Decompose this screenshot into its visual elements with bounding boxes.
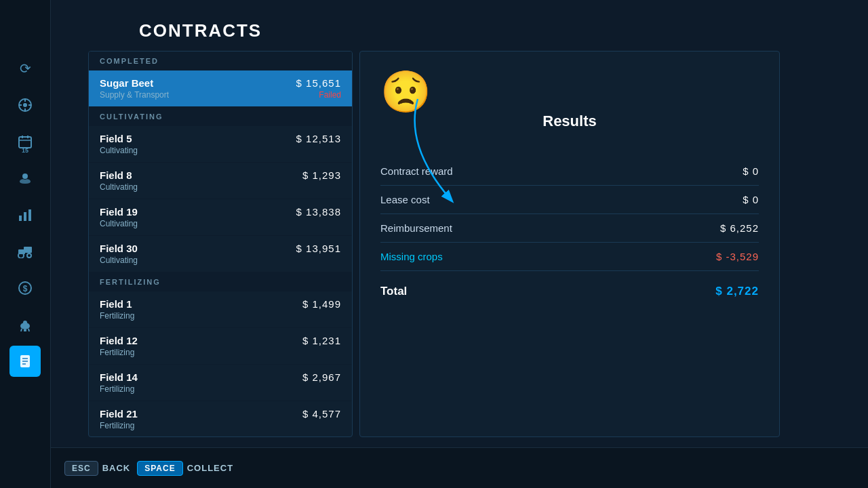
sidebar-icon-calendar[interactable]: 15 (9, 126, 41, 157)
results-value-missing-crops: $ -3,529 (716, 251, 759, 262)
sidebar-icon-wheel[interactable] (9, 89, 41, 121)
page-title: CONTRACTS (139, 20, 868, 41)
svg-line-22 (21, 329, 22, 331)
contract-name-field21: Field 21 (100, 408, 138, 420)
results-row-missing-crops: Missing crops $ -3,529 (380, 243, 759, 271)
curved-arrow (397, 92, 492, 214)
section-completed: COMPLETED (89, 52, 352, 70)
esc-key-badge: ESC (64, 461, 98, 476)
section-cultivating: CULTIVATING (89, 107, 352, 126)
contract-subtitle-sugar-beet: Supply & Transport (100, 90, 169, 100)
svg-point-21 (23, 321, 27, 325)
results-label-reimbursement: Reimbursement (380, 222, 452, 234)
contract-subtitle-field1: Fertilizing (100, 311, 341, 321)
sidebar: ⟳ 15 (0, 0, 51, 488)
svg-point-10 (22, 174, 28, 179)
contract-subtitle-field21: Fertilizing (100, 421, 341, 430)
contract-item-sugar-beet[interactable]: Sugar Beet $ 15,651 Supply & Transport F… (89, 70, 352, 107)
back-button[interactable]: ESC BACK (64, 461, 130, 476)
svg-rect-6 (19, 137, 31, 148)
results-value-total: $ 2,722 (715, 285, 759, 298)
contract-name-field30: Field 30 (100, 243, 138, 254)
contract-amount-field8: $ 1,293 (302, 169, 341, 181)
contract-amount-field12: $ 1,231 (302, 335, 341, 346)
contract-item-field12[interactable]: Field 12 $ 1,231 Fertilizing (89, 328, 352, 365)
svg-rect-11 (19, 216, 22, 221)
results-row-total: Total $ 2,722 (380, 277, 759, 306)
contract-item-field30[interactable]: Field 30 $ 13,951 Cultivating (89, 236, 352, 272)
contract-status-sugar-beet: Failed (319, 90, 341, 100)
results-label-missing-crops: Missing crops (380, 251, 443, 262)
contract-name-field14: Field 14 (100, 371, 138, 383)
contract-name-field19: Field 19 (100, 206, 138, 218)
svg-text:$: $ (23, 284, 28, 293)
contract-subtitle-field5: Cultivating (100, 146, 341, 155)
contract-name-field12: Field 12 (100, 335, 138, 346)
contract-subtitle-field30: Cultivating (100, 256, 341, 265)
contract-amount-field21: $ 4,577 (302, 408, 341, 420)
svg-line-25 (28, 329, 29, 331)
contract-subtitle-field12: Fertilizing (100, 348, 341, 357)
sidebar-icon-stats[interactable] (9, 199, 41, 230)
results-value-contract-reward: $ 0 (743, 165, 759, 177)
collect-label: COLLECT (187, 463, 233, 473)
contract-item-field19[interactable]: Field 19 $ 13,838 Cultivating (89, 199, 352, 236)
results-label-total: Total (380, 285, 407, 298)
contract-amount-field5: $ 12,513 (296, 133, 341, 144)
contract-amount-field1: $ 1,499 (302, 298, 341, 310)
contract-name-field1: Field 1 (100, 298, 132, 310)
contract-name-field8: Field 8 (100, 169, 132, 181)
contract-item-field21[interactable]: Field 21 $ 4,577 Fertilizing (89, 401, 352, 436)
contract-panel: COMPLETED Sugar Beet $ 15,651 Supply & T… (88, 51, 353, 437)
svg-point-17 (27, 253, 31, 258)
contract-subtitle-field19: Cultivating (100, 219, 341, 228)
contract-name-sugar-beet: Sugar Beet (100, 77, 153, 89)
contract-subtitle-field14: Fertilizing (100, 384, 341, 394)
svg-point-1 (23, 103, 27, 107)
contract-name-field5: Field 5 (100, 133, 132, 144)
back-label: BACK (102, 463, 131, 473)
results-value-lease-cost: $ 0 (743, 194, 759, 205)
contract-item-field8[interactable]: Field 8 $ 1,293 Cultivating (89, 163, 352, 199)
contract-amount-sugar-beet: $ 15,651 (296, 77, 341, 89)
results-value-reimbursement: $ 6,252 (720, 222, 759, 234)
contract-amount-field14: $ 2,967 (302, 371, 341, 383)
sidebar-icon-weather[interactable] (9, 163, 41, 194)
contract-item-field5[interactable]: Field 5 $ 12,513 Cultivating (89, 126, 352, 163)
sidebar-icon-contracts[interactable] (9, 346, 41, 377)
contract-list[interactable]: COMPLETED Sugar Beet $ 15,651 Supply & T… (89, 52, 352, 436)
svg-rect-13 (28, 209, 31, 221)
svg-rect-12 (24, 212, 26, 221)
collect-button[interactable]: SPACE COLLECT (137, 461, 233, 476)
sidebar-icon-tractor[interactable] (9, 236, 41, 267)
contract-item-field1[interactable]: Field 1 $ 1,499 Fertilizing (89, 291, 352, 328)
sidebar-icon-animal[interactable] (9, 309, 41, 340)
space-key-badge: SPACE (137, 461, 182, 476)
section-fertilizing: FERTILIZING (89, 272, 352, 291)
contract-subtitle-field8: Cultivating (100, 182, 341, 192)
contract-amount-field19: $ 13,838 (296, 206, 341, 218)
sidebar-icon-clock[interactable]: ⟳ (9, 53, 41, 84)
results-row-reimbursement: Reimbursement $ 6,252 (380, 214, 759, 243)
bottom-bar: ESC BACK SPACE COLLECT (51, 447, 868, 488)
sidebar-icon-money[interactable]: $ (9, 272, 41, 304)
results-panel: 😟 Results Contract reward $ 0 Lease cost… (359, 51, 780, 437)
contract-item-field14[interactable]: Field 14 $ 2,967 Fertilizing (89, 365, 352, 401)
contract-amount-field30: $ 13,951 (296, 243, 341, 254)
